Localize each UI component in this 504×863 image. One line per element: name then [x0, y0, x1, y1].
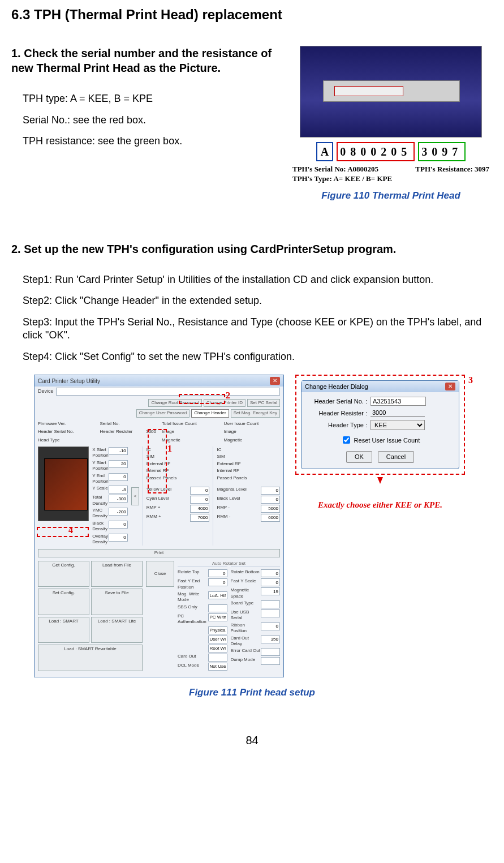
window-close-icon[interactable]: ✕: [270, 377, 280, 385]
param-input[interactable]: [261, 648, 280, 656]
param-input[interactable]: [261, 487, 280, 495]
load-smart-lite-button[interactable]: Load : SMART Lite: [91, 617, 143, 643]
dlg-reset-checkbox[interactable]: [343, 436, 350, 444]
param-input[interactable]: [190, 514, 209, 522]
dlg-type-label: Header Type :: [305, 421, 367, 429]
figure110-caption: Figure 110 Thermal Print Head: [289, 190, 493, 202]
param-input[interactable]: [261, 569, 280, 577]
close-button[interactable]: Close: [146, 561, 174, 587]
intrf-a: Internal RF: [147, 467, 210, 474]
change-root-pw-button[interactable]: Change Root Password: [148, 399, 202, 407]
get-config-button[interactable]: Get Config.: [38, 561, 89, 587]
param-label: RMP +: [147, 505, 161, 513]
param-input[interactable]: [190, 496, 209, 504]
param-input[interactable]: [261, 657, 280, 665]
dlg-resist-input[interactable]: [371, 409, 425, 417]
dlg-type-select[interactable]: KEE KPE: [371, 420, 425, 430]
param-input[interactable]: [109, 508, 128, 516]
param-label: Fast Y End Position: [178, 578, 208, 590]
param-input[interactable]: [208, 591, 227, 599]
param-input[interactable]: [109, 486, 128, 493]
auto-rotator-label: Auto Rotator Set: [178, 561, 280, 566]
param-input[interactable]: [109, 521, 128, 529]
callout-2: 2: [226, 390, 230, 402]
save-to-file-button[interactable]: Save to File: [91, 589, 143, 615]
dialog-title: Change Header Dialog: [305, 383, 368, 390]
param-input[interactable]: [109, 447, 128, 455]
param-input[interactable]: [109, 460, 128, 468]
param-label: X Start Position: [92, 447, 108, 459]
param-input[interactable]: [261, 578, 280, 586]
device-select[interactable]: [56, 388, 280, 396]
callout-4: 4: [68, 525, 73, 536]
param-input[interactable]: [261, 496, 280, 504]
param-label: YMC Density: [92, 508, 108, 519]
param-label: Black Level: [217, 496, 240, 504]
param-label: Total Density: [92, 495, 108, 506]
param-input[interactable]: [190, 487, 209, 495]
param-row: Y Start Position: [92, 460, 127, 473]
param-input[interactable]: [261, 600, 280, 608]
param-input[interactable]: [208, 663, 227, 671]
param-input[interactable]: [261, 636, 280, 643]
extrf-b: External RF: [217, 461, 280, 467]
param-input[interactable]: [208, 613, 227, 621]
dlg-serial-input[interactable]: [371, 397, 426, 406]
change-user-pw-button[interactable]: Change User Password: [136, 409, 189, 417]
param-input[interactable]: [208, 645, 227, 652]
param-input[interactable]: [208, 569, 227, 577]
set-config-button[interactable]: Set Config.: [38, 589, 89, 615]
set-mag-key-button[interactable]: Set Mag. Encrypt Key: [231, 409, 280, 417]
param-row: Use USB Serial: [231, 609, 281, 622]
param-label: RMM -: [217, 514, 230, 522]
image-label-a: Image: [162, 429, 174, 435]
load-smart-rewritable-button[interactable]: Load : SMART Rewritable: [38, 645, 143, 671]
param-label: Dump Mode: [231, 657, 256, 665]
load-from-file-button[interactable]: Load from File: [91, 561, 143, 587]
param-input[interactable]: [190, 505, 209, 513]
expand-button[interactable]: <: [131, 487, 139, 505]
param-row: SBS Only: [178, 604, 227, 613]
set-pc-serial-button[interactable]: Set PC Serial: [247, 399, 280, 407]
dlg-serial-label: Header Serial No. :: [305, 397, 367, 405]
legend-serial: TPH's Serial No: A0800205: [292, 165, 378, 174]
param-label: Use USB Serial: [231, 609, 261, 621]
legend-resist: TPH's Resistance: 3097: [415, 165, 489, 174]
param-input[interactable]: [208, 654, 227, 662]
param-input[interactable]: [208, 626, 227, 634]
dialog-close-icon[interactable]: ✕: [445, 383, 455, 390]
dlg-ok-button[interactable]: OK: [346, 451, 372, 462]
param-input[interactable]: [261, 622, 280, 630]
param-label: PC Authentication: [178, 613, 208, 625]
sim-b: SIM: [217, 453, 280, 460]
param-label: Y Scale: [92, 486, 107, 493]
param-input[interactable]: [208, 636, 227, 643]
param-input[interactable]: [261, 587, 280, 595]
load-smart-button[interactable]: Load : SMART: [38, 617, 89, 643]
card-preview: [38, 446, 89, 521]
change-printer-id-button[interactable]: Change Printer ID: [204, 399, 245, 407]
ic-a: IC: [147, 446, 210, 453]
param-input[interactable]: [208, 604, 227, 612]
param-row: Dump Mode: [231, 656, 281, 666]
extrf-a: External RF: [147, 461, 210, 467]
print-button[interactable]: Print: [38, 549, 280, 557]
param-input[interactable]: [261, 514, 280, 522]
change-header-button[interactable]: Change Header: [191, 409, 229, 417]
tph-photo: [300, 46, 482, 138]
param-input[interactable]: [261, 505, 280, 513]
arrow-down-icon: [377, 477, 383, 484]
param-row: Cyan Level: [147, 495, 210, 504]
param-label: Yellow Level: [147, 487, 171, 495]
step2-sub3: Step3: Input the TPH's Serial No., Resis…: [11, 316, 493, 342]
dlg-cancel-button[interactable]: Cancel: [378, 451, 414, 462]
param-input[interactable]: [109, 473, 128, 481]
param-input[interactable]: [109, 495, 128, 503]
callout-1: 1: [167, 443, 172, 455]
param-row: Y End Position: [92, 473, 127, 486]
param-input[interactable]: [261, 609, 280, 617]
param-label: Card Out Delay: [231, 636, 261, 647]
param-input[interactable]: [208, 578, 227, 586]
section-title: 6.3 TPH (Thermal Print Head) replacement: [11, 6, 493, 23]
param-input[interactable]: [109, 534, 128, 542]
